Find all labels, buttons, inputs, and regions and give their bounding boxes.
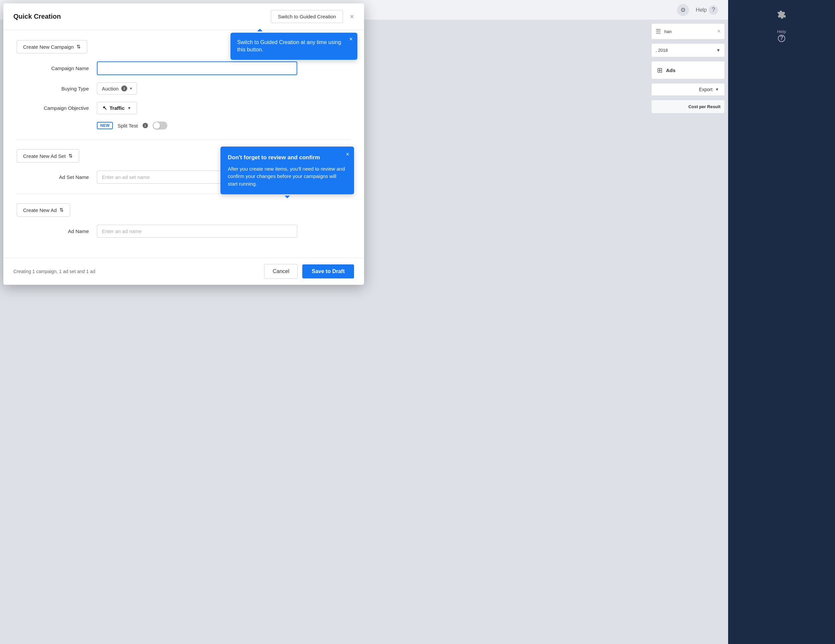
create-ad-label: Create New Ad [23,207,57,213]
ad-section: Create New Ad ⇅ Ad Name × Don't forget t… [17,203,351,238]
split-test-toggle[interactable] [153,122,167,130]
buying-type-info-icon[interactable]: i [121,86,127,91]
export-button[interactable]: Export ▼ [651,83,725,96]
buying-type-chevron-icon: ▾ [130,86,132,91]
modal-title: Quick Creation [13,13,61,20]
ad-name-row: Ad Name [17,225,351,238]
campaign-name-input-wrap [97,62,297,75]
export-chevron-icon: ▼ [715,87,719,92]
ad-name-input-wrap [97,225,297,238]
ad-set-btn-icon: ⇅ [68,153,73,159]
split-test-new-badge: NEW [97,122,113,129]
ad-name-label: Ad Name [17,228,97,234]
panel-close-1[interactable]: × [717,28,720,34]
split-test-label: Split Test [118,123,138,128]
campaign-name-row: Campaign Name [17,62,351,75]
section-divider-1 [17,140,351,140]
campaign-objective-value: Traffic [110,105,125,111]
campaign-objective-select[interactable]: ↖ Traffic ▼ [97,102,137,114]
cursor-icon: ↖ [102,105,107,111]
help-question-icon[interactable]: ? [709,5,718,15]
ad-btn-icon: ⇅ [60,207,64,213]
campaign-objective-row: Campaign Objective ↖ Traffic ▼ [17,102,351,114]
footer-info-text: Creating 1 campaign, 1 ad set and 1 ad [13,269,95,274]
modal-close-button[interactable]: × [350,13,354,20]
ad-name-input[interactable] [97,225,297,238]
create-new-campaign-button[interactable]: Create New Campaign ⇅ [17,40,87,54]
save-draft-button[interactable]: Save to Draft [302,264,354,279]
split-test-row: NEW Split Test i [17,122,351,130]
panel-date[interactable]: , 2018 ▼ [651,44,725,57]
panel-ads: ⊞ Ads [651,61,725,79]
panel-text-1: han [664,29,714,34]
help-icon[interactable]: Help ? [773,28,790,44]
confirm-tooltip-body: After you create new items, you'll need … [228,165,347,188]
ads-icon: ⊞ [657,66,663,74]
footer-actions: Cancel Save to Draft [264,264,354,279]
top-gear-icon[interactable]: ⚙ [677,4,689,16]
buying-type-row: Buying Type Auction i ▾ [17,83,351,94]
buying-type-control-wrap: Auction i ▾ [97,83,297,94]
right-panel: ☰ han × , 2018 ▼ ⊞ Ads Export ▼ Cost per… [651,23,725,114]
ads-label: Ads [666,67,675,73]
create-campaign-label: Create New Campaign [23,44,74,50]
objective-chevron-icon: ▼ [127,106,131,110]
split-test-info-icon[interactable]: i [143,123,148,128]
switch-guided-tooltip: × Switch to Guided Creation at any time … [231,33,357,60]
panel-item-1: ☰ han × [651,23,725,39]
quick-creation-modal: Quick Creation Switch to Guided Creation… [3,3,364,285]
campaign-name-input[interactable] [97,62,297,75]
buying-type-select[interactable]: Auction i ▾ [97,83,137,94]
gear-icon[interactable] [773,6,790,23]
cancel-button[interactable]: Cancel [264,264,297,279]
top-help[interactable]: Help ? [696,5,718,15]
ad-set-name-label: Ad Set Name [17,174,97,180]
create-ad-set-label: Create New Ad Set [23,153,66,159]
export-label: Export [699,87,712,92]
page-wrapper: Help ? ☰ han × , 2018 ▼ ⊞ Ads Export ▼ C… [0,0,835,644]
confirm-tooltip-close[interactable]: × [346,150,349,159]
buying-type-label: Buying Type [17,86,97,91]
modal-header: Quick Creation Switch to Guided Creation… [3,3,364,30]
campaign-btn-icon: ⇅ [76,44,81,50]
confirm-tooltip-title: Don't forget to review and confirm [228,153,347,162]
confirm-tooltip: × Don't forget to review and confirm Aft… [221,146,354,194]
switch-guided-button[interactable]: Switch to Guided Creation [271,10,343,23]
panel-icon-1: ☰ [656,28,661,35]
right-sidebar: Help ? [728,0,835,644]
cost-per-result-header: Cost per Result [651,100,725,114]
modal-header-actions: Switch to Guided Creation × × Switch to … [271,10,354,23]
create-new-ad-set-button[interactable]: Create New Ad Set ⇅ [17,149,79,162]
create-new-ad-button[interactable]: Create New Ad ⇅ [17,203,70,217]
campaign-form: Campaign Name Buying Type Auction i ▾ [17,62,351,130]
tooltip-guided-text: Switch to Guided Creation at any time us… [237,39,341,52]
buying-type-value: Auction [102,86,119,91]
top-bar-icons: ⚙ Help ? [677,4,718,16]
panel-date-value: , 2018 [656,48,668,53]
help-text: Help [696,7,707,13]
chevron-down-icon: ▼ [716,48,720,53]
campaign-objective-control-wrap: ↖ Traffic ▼ [97,102,297,114]
campaign-name-label: Campaign Name [17,65,97,71]
ad-form: Ad Name [17,225,351,238]
campaign-objective-label: Campaign Objective [17,105,97,111]
tooltip-guided-close[interactable]: × [349,36,353,42]
modal-footer: Creating 1 campaign, 1 ad set and 1 ad C… [3,258,364,285]
cost-label: Cost per Result [688,104,720,109]
modal-body: Create New Campaign ⇅ Campaign Name Buyi… [3,30,364,258]
